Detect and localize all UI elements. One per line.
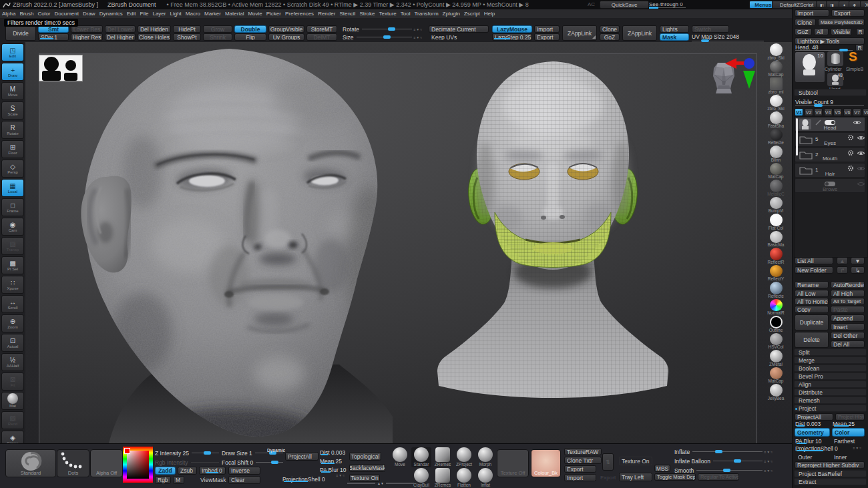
zsub-button[interactable]: Zsub <box>178 467 197 475</box>
export-button[interactable]: Export <box>534 33 560 41</box>
texture-on-2-button[interactable]: Texture On <box>619 457 652 465</box>
material-item[interactable]: zbro_mi <box>761 77 791 94</box>
shrink-button[interactable]: Shrink <box>203 33 232 41</box>
subtool-tab[interactable]: V8 <box>863 108 868 116</box>
brush-thumbnail[interactable]: Standard <box>5 449 56 477</box>
texture-export-button[interactable]: Export <box>564 465 596 473</box>
backfacemask-button[interactable]: BackfaceMask <box>349 464 385 472</box>
color-picker[interactable] <box>123 447 153 483</box>
toggle-pill-dim[interactable] <box>825 182 835 186</box>
subtool-tab[interactable]: V1 <box>795 108 803 116</box>
move-down-icon[interactable]: ▼ <box>851 257 865 264</box>
brush-ZProject[interactable]: ZProject <box>454 447 474 467</box>
textureraw-button[interactable]: TextureRAW <box>564 448 602 455</box>
material-item[interactable]: ReflectR <box>761 248 791 264</box>
tool-Zoom[interactable]: ⊕Zoom <box>1 314 24 332</box>
subtool-row-eyes[interactable]: 5 Eyes <box>795 132 865 147</box>
align-section[interactable]: Align <box>794 381 867 388</box>
r-button[interactable]: R <box>856 28 865 35</box>
decimate-current-button[interactable]: Decimate Current <box>429 25 489 33</box>
divide-button[interactable]: Divide <box>5 25 36 41</box>
del-all-button[interactable]: Del All <box>831 340 865 348</box>
menu-item[interactable]: Picker <box>264 9 283 18</box>
tool-Rotate[interactable]: RRotate <box>1 121 24 139</box>
all-to-target-button[interactable]: All To Target <box>831 298 865 305</box>
brush-Move[interactable]: Move <box>390 447 410 467</box>
dist-slider[interactable]: Dist 0.003 <box>320 449 347 456</box>
regular-to-active-button[interactable]: Regular To Active <box>698 473 739 481</box>
imbed-slider[interactable]: Imbed 0 <box>199 467 226 475</box>
del-lower-button[interactable]: Del Lower <box>105 25 136 33</box>
list-all-button[interactable]: List All <box>795 257 833 264</box>
merge-section[interactable]: Merge <box>794 356 867 364</box>
duplicate-button[interactable]: Duplicate <box>795 314 829 330</box>
boolean-section[interactable]: Boolean <box>794 364 867 372</box>
subtool-tab[interactable]: V2 <box>805 108 813 116</box>
import-button[interactable]: Import <box>534 25 560 33</box>
farthest-button[interactable]: Farthest <box>834 438 855 445</box>
del-higher-button[interactable]: Del Higher <box>105 33 136 41</box>
bevel-pro-section[interactable]: Bevel Pro <box>794 373 867 380</box>
menu-item[interactable]: Material <box>223 9 246 18</box>
delmt-button[interactable]: DelMT <box>306 33 337 41</box>
menu-item[interactable]: Transform <box>412 9 440 18</box>
storemt-button[interactable]: StoreMT <box>306 25 337 33</box>
distribute-section[interactable]: Distribute <box>794 389 867 396</box>
goz-button[interactable]: GoZ <box>795 28 812 35</box>
sdiv-slider[interactable]: SDiv 1 <box>38 33 69 41</box>
topological-button[interactable]: Topological <box>349 452 381 461</box>
inflate-slider[interactable]: Inflate≡▼≈ <box>674 448 773 455</box>
mask-button[interactable]: Mask <box>660 33 689 41</box>
zapplink2-button[interactable]: ZAppLink <box>622 25 657 41</box>
subtool-row-head[interactable]: Head <box>795 117 865 132</box>
append-button[interactable]: Append <box>831 314 865 322</box>
material-item[interactable]: MatCap <box>761 163 791 180</box>
material-item[interactable]: MetalicC <box>761 180 791 196</box>
lazystep-slider[interactable]: LazyStep 0.25 <box>492 33 532 41</box>
lights-button[interactable]: Lights <box>660 25 689 33</box>
z-intensity-slider[interactable]: Z Intensity 25 <box>155 449 219 457</box>
lazymouse-button[interactable]: LazyMouse <box>492 25 532 33</box>
tool-Local[interactable]: ▦Local <box>1 179 24 197</box>
autoreorder-button[interactable]: AutoReorder <box>831 281 865 288</box>
menu-item[interactable]: Layer <box>150 9 168 18</box>
focal-shift-slider[interactable]: Focal Shift 0 <box>222 459 283 466</box>
tool-Transp[interactable]: ▨Transp <box>1 237 24 255</box>
brush-ZRemes[interactable]: ZRemes <box>433 468 453 488</box>
material-item[interactable]: Blinn <box>761 146 791 162</box>
menu-item[interactable]: Light <box>168 9 183 18</box>
grow-button[interactable]: Grow <box>203 25 232 33</box>
alpha-thumbnail[interactable]: Alpha Off <box>90 449 123 477</box>
tray-left-button[interactable]: Tray Left <box>619 473 652 481</box>
m-button[interactable]: M <box>173 476 184 484</box>
menu-item[interactable]: Movie <box>246 9 264 18</box>
visible-count-slider[interactable]: Visible Count 9 <box>795 99 864 105</box>
menu-item[interactable]: Marker <box>202 9 223 18</box>
menu-item[interactable]: Edit <box>125 9 138 18</box>
see-through-knob[interactable] <box>649 7 658 9</box>
subtool-tab[interactable]: V5 <box>833 108 842 116</box>
keep-uvs-button[interactable]: Keep UVs <box>429 33 489 41</box>
material-item[interactable]: zbro_Ski <box>761 43 791 60</box>
menu-item[interactable]: Alpha <box>0 9 17 18</box>
head-tool-thumbnail[interactable]: 48 <box>827 73 843 86</box>
move-up-icon[interactable]: ▲ <box>837 257 848 264</box>
material-item[interactable]: Reflecte <box>761 282 791 298</box>
color-swatch[interactable] <box>124 448 130 454</box>
brush-Inflat[interactable]: Inflat <box>475 468 495 488</box>
clone-button[interactable]: Clone <box>600 25 620 33</box>
cylinder-tool-thumbnail[interactable] <box>827 51 843 66</box>
tool-clone-button[interactable]: Clone <box>795 19 816 26</box>
tool-Frame[interactable]: □Frame <box>1 198 24 216</box>
visible-button[interactable]: Visible <box>831 28 852 35</box>
mbs-button[interactable]: MBS <box>654 465 670 472</box>
clone-txtr-button[interactable]: Clone Txtr <box>564 457 602 464</box>
delete-button[interactable]: Delete <box>795 332 829 348</box>
inner-button[interactable]: Inner <box>834 454 847 461</box>
rgb-button[interactable]: Rgb <box>155 476 171 484</box>
all-high-button[interactable]: All High <box>831 290 865 297</box>
material-item[interactable]: ReflectY <box>761 265 791 282</box>
toggle-mask-depth-button[interactable]: Toggle Mask Depth <box>654 473 696 481</box>
tool-Draw[interactable]: ＋Draw <box>1 63 24 81</box>
tool-Floor[interactable]: ⊞Floor <box>1 140 24 158</box>
